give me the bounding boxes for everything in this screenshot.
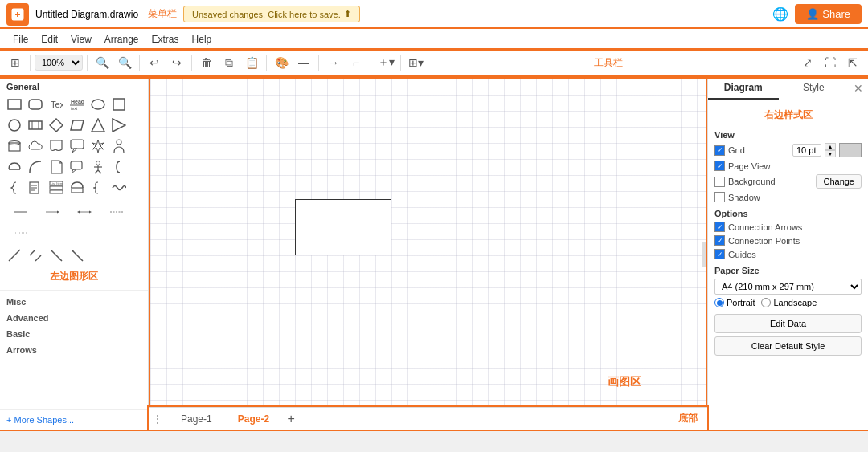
shape-callout[interactable] xyxy=(68,136,87,156)
shape-document[interactable] xyxy=(47,136,66,156)
shape-listitem[interactable]: List Item xyxy=(47,178,66,197)
zoom-out-btn[interactable]: 🔍 xyxy=(114,52,135,73)
canvas-container[interactable]: 画图区 › xyxy=(150,79,706,405)
shape-triangle[interactable] xyxy=(88,116,108,135)
menu-extras[interactable]: Extras xyxy=(145,32,186,47)
main-layout: General Text Headingtext xyxy=(0,77,868,430)
sidebar-misc[interactable]: Misc xyxy=(0,294,148,310)
redo-btn[interactable]: ↪ xyxy=(166,52,187,73)
background-checkbox[interactable] xyxy=(714,177,725,187)
delete-btn[interactable]: 🗑 xyxy=(196,52,217,73)
tab-add-button[interactable]: + xyxy=(282,410,300,428)
shape-chat[interactable] xyxy=(68,157,87,177)
shape-cloud[interactable] xyxy=(26,136,45,156)
zoom-select[interactable]: 100% 75% 150% xyxy=(35,55,83,71)
shape-starburst[interactable] xyxy=(88,136,108,156)
shape-line-dashed[interactable] xyxy=(101,202,132,222)
share-button[interactable]: 👤 Share xyxy=(795,4,862,24)
shadow-checkbox[interactable] xyxy=(714,192,725,202)
change-btn[interactable]: Change xyxy=(816,174,862,189)
clear-default-style-btn[interactable]: Clear Default Style xyxy=(714,336,862,356)
menu-edit[interactable]: Edit xyxy=(35,32,64,47)
grid-spin-up[interactable]: ▲ xyxy=(825,143,836,150)
sidebar-basic[interactable]: Basic xyxy=(0,326,148,342)
shape-process[interactable] xyxy=(26,116,45,135)
shape-ellipse[interactable] xyxy=(88,95,108,114)
shape-rounded-rect[interactable] xyxy=(26,95,45,114)
tab-menu-btn[interactable]: ⋮ xyxy=(152,413,163,426)
conn-arrows-checkbox[interactable] xyxy=(714,222,725,232)
grid-value-input[interactable] xyxy=(792,144,821,157)
shape-line-arrow[interactable] xyxy=(37,202,68,222)
shape-halfcircle[interactable] xyxy=(5,157,24,177)
shape-heading[interactable]: Headingtext xyxy=(68,95,87,114)
shape-circle[interactable] xyxy=(5,116,24,135)
shape-person[interactable] xyxy=(109,136,129,156)
guides-checkbox[interactable] xyxy=(714,249,725,259)
shape-diag2[interactable] xyxy=(26,246,45,265)
fit-page-btn[interactable]: ⤢ xyxy=(797,52,818,73)
connector-btn[interactable]: ⌐ xyxy=(346,52,366,73)
undo-btn[interactable]: ↩ xyxy=(144,52,165,73)
shape-doc2[interactable] xyxy=(47,157,66,177)
table-btn[interactable]: ⊞▾ xyxy=(405,52,426,73)
shape-wave[interactable] xyxy=(109,178,129,197)
copy-btn[interactable]: ⧉ xyxy=(219,52,240,73)
tab-page1[interactable]: Page-1 xyxy=(168,411,225,427)
landscape-radio[interactable] xyxy=(761,298,771,307)
format-panel-btn[interactable]: ⊞ xyxy=(5,52,26,73)
shape-cylinder[interactable] xyxy=(5,136,24,156)
menu-help[interactable]: Help xyxy=(186,32,219,47)
shape-arc[interactable] xyxy=(26,157,45,177)
shape-diag4[interactable] xyxy=(68,246,87,265)
zoom-in-btn[interactable]: 🔍 xyxy=(92,52,113,73)
fill-btn[interactable]: 🎨 xyxy=(271,52,292,73)
shape-square[interactable] xyxy=(109,95,129,114)
shape-note[interactable] xyxy=(26,178,45,197)
sidebar-arrows[interactable]: Arrows xyxy=(0,342,148,358)
arrow-btn[interactable]: → xyxy=(323,52,344,73)
grid-color-swatch[interactable] xyxy=(839,143,862,157)
collapse-handle[interactable]: › xyxy=(702,242,706,267)
shape-line-double-arrow[interactable] xyxy=(69,202,100,222)
shape-rectangle[interactable] xyxy=(5,95,24,114)
landscape-option[interactable]: Landscape xyxy=(761,298,817,307)
shape-half-arc[interactable] xyxy=(68,178,87,197)
tab-diagram[interactable]: Diagram xyxy=(708,77,779,100)
menu-file[interactable]: File xyxy=(6,32,35,47)
more-shapes-btn[interactable]: + More Shapes... xyxy=(0,409,148,430)
grid-spin-down[interactable]: ▼ xyxy=(825,150,836,157)
shape-parallelogram[interactable] xyxy=(68,116,87,135)
paste-btn[interactable]: 📋 xyxy=(241,52,262,73)
collapse-btn[interactable]: ⇱ xyxy=(842,52,863,73)
edit-data-btn[interactable]: Edit Data xyxy=(714,314,862,333)
line-btn[interactable]: — xyxy=(293,52,314,73)
menu-view[interactable]: View xyxy=(64,32,98,47)
close-panel-btn[interactable]: ✕ xyxy=(849,77,868,100)
canvas-rectangle-shape[interactable] xyxy=(295,199,391,255)
shape-line-dotted[interactable] xyxy=(5,223,35,242)
page-view-checkbox[interactable] xyxy=(714,161,725,171)
shape-brace[interactable] xyxy=(5,178,24,197)
conn-points-checkbox[interactable] xyxy=(714,235,725,246)
shape-actor[interactable] xyxy=(88,157,108,177)
shape-text[interactable]: Text xyxy=(47,95,66,114)
shape-diag3[interactable] xyxy=(47,246,66,265)
portrait-radio[interactable] xyxy=(714,298,724,307)
portrait-option[interactable]: Portrait xyxy=(714,298,755,307)
shape-line-solid[interactable] xyxy=(5,202,35,222)
shape-right-triangle[interactable] xyxy=(109,116,129,135)
sidebar-advanced[interactable]: Advanced xyxy=(0,310,148,326)
paper-size-select[interactable]: A4 (210 mm x 297 mm) A3 (297 mm x 420 mm… xyxy=(714,279,862,295)
insert-btn[interactable]: ＋▾ xyxy=(375,52,396,73)
fullscreen-btn[interactable]: ⛶ xyxy=(820,52,841,73)
tab-style[interactable]: Style xyxy=(779,77,850,100)
shape-curly[interactable] xyxy=(88,178,108,197)
menu-arrange[interactable]: Arrange xyxy=(98,32,145,47)
shape-diamond[interactable] xyxy=(47,116,66,135)
unsaved-notice[interactable]: Unsaved changes. Click here to save. ⬆ xyxy=(183,6,360,22)
shape-bracket[interactable] xyxy=(109,157,129,177)
grid-checkbox[interactable] xyxy=(714,145,725,156)
shape-diag1[interactable] xyxy=(5,246,24,265)
tab-page2[interactable]: Page-2 xyxy=(225,411,282,427)
